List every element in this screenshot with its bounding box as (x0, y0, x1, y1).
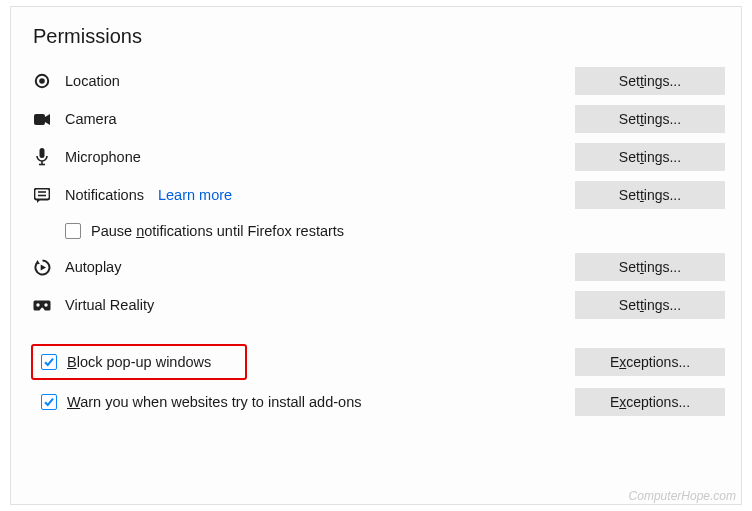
row-microphone: Microphone Settings... (27, 138, 725, 176)
notifications-label: Notifications (65, 187, 144, 203)
camera-settings-button[interactable]: Settings... (575, 105, 725, 133)
location-label: Location (65, 73, 120, 89)
camera-label: Camera (65, 111, 117, 127)
vr-label: Virtual Reality (65, 297, 154, 313)
row-vr: Virtual Reality Settings... (27, 286, 725, 324)
pause-notifications-checkbox[interactable] (65, 223, 81, 239)
section-title: Permissions (33, 25, 725, 48)
warn-addons-label: Warn you when websites try to install ad… (67, 394, 361, 410)
watermark: ComputerHope.com (629, 489, 736, 503)
row-pause-notifications: Pause notifications until Firefox restar… (27, 214, 725, 248)
microphone-label: Microphone (65, 149, 141, 165)
row-autoplay: Autoplay Settings... (27, 248, 725, 286)
svg-point-9 (36, 303, 39, 306)
block-popups-label: Block pop-up windows (67, 354, 211, 370)
row-notifications: Notifications Learn more Settings... (27, 176, 725, 214)
vr-icon (33, 296, 51, 314)
row-warn-addons: Warn you when websites try to install ad… (27, 382, 725, 422)
microphone-icon (33, 148, 51, 166)
row-block-popups: Block pop-up windows Exceptions... (27, 342, 725, 382)
camera-icon (33, 110, 51, 128)
svg-rect-6 (35, 188, 50, 199)
warn-addons-exceptions-button[interactable]: Exceptions... (575, 388, 725, 416)
vr-settings-button[interactable]: Settings... (575, 291, 725, 319)
block-popups-exceptions-button[interactable]: Exceptions... (575, 348, 725, 376)
block-popups-checkbox[interactable] (41, 354, 57, 370)
notifications-settings-button[interactable]: Settings... (575, 181, 725, 209)
pause-notifications-label: Pause notifications until Firefox restar… (91, 223, 344, 239)
autoplay-settings-button[interactable]: Settings... (575, 253, 725, 281)
warn-addons-checkbox[interactable] (41, 394, 57, 410)
location-icon (33, 72, 51, 90)
svg-point-10 (44, 303, 47, 306)
autoplay-icon (33, 258, 51, 276)
svg-point-1 (39, 78, 45, 84)
permissions-panel: Permissions Location Settings... Camera … (10, 6, 742, 505)
row-camera: Camera Settings... (27, 100, 725, 138)
row-location: Location Settings... (27, 62, 725, 100)
svg-rect-3 (40, 148, 45, 158)
notifications-icon (33, 186, 51, 204)
svg-rect-2 (34, 114, 45, 125)
microphone-settings-button[interactable]: Settings... (575, 143, 725, 171)
autoplay-label: Autoplay (65, 259, 121, 275)
notifications-learn-more-link[interactable]: Learn more (158, 187, 232, 203)
location-settings-button[interactable]: Settings... (575, 67, 725, 95)
